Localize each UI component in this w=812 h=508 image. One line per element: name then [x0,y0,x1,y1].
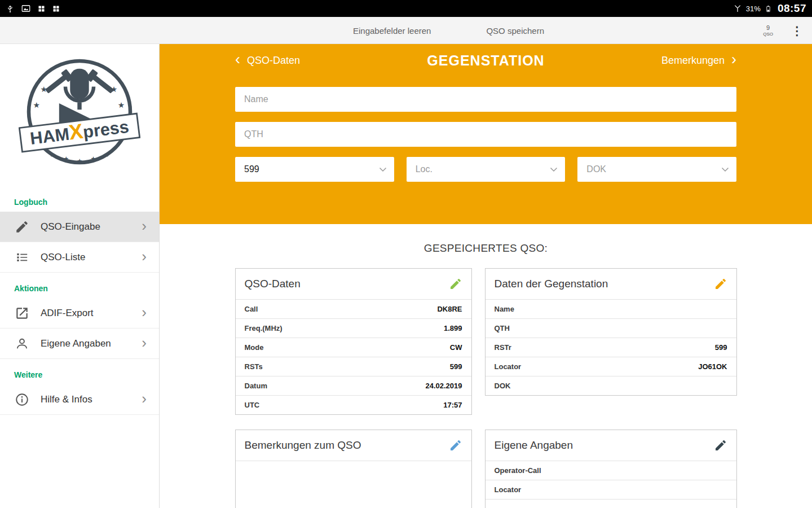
bemerkungen-empty-body [236,461,471,508]
table-row: ModeCW [236,338,471,357]
svg-text:★: ★ [63,155,69,163]
field-label: QTH [495,324,510,332]
sidebar-item-qso-eingabe[interactable]: QSO-Eingabe › [0,212,159,242]
sidebar-item-qso-liste[interactable]: QSO-Liste › [0,242,159,273]
screen: 31% 08:57 Eingabefelder leeren QSO speic… [0,0,812,508]
nav-back-qso-daten[interactable]: ‹ QSO-Daten [235,54,427,67]
export-icon [15,306,29,321]
table-row: Datum24.02.2019 [236,376,471,395]
field-label: Mode [245,343,264,352]
card-bemerkungen: Bemerkungen zum QSO [235,430,472,508]
field-label: RSTr [495,343,511,352]
svg-text:★: ★ [118,100,125,110]
edit-bemerkungen-button[interactable] [449,439,462,452]
svg-text:★: ★ [77,157,82,165]
clock: 08:57 [778,2,806,15]
field-label: DOK [495,382,511,390]
save-qso-button[interactable]: QSO speichern [486,26,544,36]
svg-text:★: ★ [90,155,96,163]
nav-back-label: QSO-Daten [247,55,300,67]
gegenstation-panel: ‹ QSO-Daten GEGENSTATION Bemerkungen › 5… [160,44,812,224]
chevron-left-icon: ‹ [235,52,240,67]
edit-eigene-angaben-button[interactable] [714,439,727,452]
sidebar-item-label: Eigene Angaben [41,338,111,349]
rst-select-value: 599 [244,164,259,174]
status-bar-right: 31% 08:57 [733,2,806,15]
svg-text:★: ★ [50,151,55,159]
field-value: 1.899 [444,324,462,332]
usb-debugging-icon [6,3,15,14]
svg-text:★: ★ [33,100,39,110]
field-label: Locator [495,485,522,494]
qso-counter[interactable]: 9 QSO [763,24,773,37]
sidebar-item-eigene-angaben[interactable]: Eigene Angaben › [0,329,159,359]
sidebar-item-label: QSO-Eingabe [41,221,100,233]
field-value: 24.02.2019 [425,382,462,390]
pencil-icon [449,439,462,452]
table-row: Operator-Call [486,461,736,480]
locator-select-placeholder: Loc. [416,164,433,174]
nav-forward-bemerkungen[interactable]: Bemerkungen › [661,54,736,67]
chevron-right-icon: › [142,249,147,264]
gegenstation-form: 599 Loc. DOK [160,77,812,182]
locator-select[interactable]: Loc. [407,157,566,182]
field-label: Locator [495,362,522,371]
sidebar-item-label: QSO-Liste [41,252,85,263]
card-title: Eigene Angaben [495,439,573,452]
app-notification-icon [52,5,60,13]
table-row: Name [486,299,736,318]
saved-qso-section: GESPEICHERTES QSO: QSO-Daten CallDK8RE F… [160,224,812,508]
dok-select-placeholder: DOK [586,164,606,174]
name-input[interactable] [235,87,736,112]
table-row: UTC17:57 [236,395,471,414]
page-title: GEGENSTATION [427,52,544,69]
android-status-bar: 31% 08:57 [0,0,812,17]
main-content: ‹ QSO-Daten GEGENSTATION Bemerkungen › 5… [160,44,812,508]
app-toolbar: Eingabefelder leeren QSO speichern 9 QSO… [0,17,812,44]
pencil-icon [15,220,29,234]
sidebar-section-weitere: Weitere [0,359,159,384]
chevron-right-icon: › [142,218,147,233]
chevron-down-icon [379,164,387,174]
dok-select[interactable]: DOK [577,157,736,182]
sidebar-section-aktionen: Aktionen [0,273,159,298]
battery-percent: 31% [746,5,761,13]
table-row: RSTr599 [486,338,736,357]
status-bar-left-icons [6,3,60,14]
field-label: Call [245,305,258,313]
field-value: 599 [715,343,727,352]
card-title: Daten der Gegenstation [495,278,608,290]
field-value: 17:57 [443,401,462,409]
svg-text:★: ★ [40,85,47,94]
page-header: ‹ QSO-Daten GEGENSTATION Bemerkungen › [160,44,812,77]
field-value: JO61OK [698,362,727,371]
card-title: QSO-Daten [245,278,301,290]
rst-select[interactable]: 599 [235,157,394,182]
nav-forward-label: Bemerkungen [661,55,725,67]
card-title: Bemerkungen zum QSO [245,439,361,452]
field-value: DK8RE [437,305,462,313]
field-value: CW [450,343,462,352]
sidebar-item-hilfe-infos[interactable]: Hilfe & Infos › [0,384,159,415]
overflow-menu-icon[interactable]: ⋮ [791,25,803,37]
qth-input[interactable] [235,122,736,147]
sidebar-section-logbuch: Logbuch [0,186,159,212]
edit-qso-daten-button[interactable] [449,277,462,291]
person-icon [15,336,29,351]
pencil-icon [449,277,462,291]
table-row: LocatorJO61OK [486,357,736,376]
chevron-right-icon: › [142,391,147,406]
table-row: Freq.(MHz)1.899 [236,318,471,338]
sidebar-item-adif-export[interactable]: ADIF-Export › [0,298,159,329]
sidebar: ★★ ★★ HAMXpress ★★★★★ Logbuch [0,44,160,508]
field-label: Datum [245,382,267,390]
qso-count-unit: QSO [763,32,773,37]
pencil-icon [714,277,727,291]
table-row: RSTs599 [236,357,471,376]
field-value: 599 [450,362,462,371]
chevron-right-icon: › [142,335,147,350]
field-label: RSTs [245,362,263,371]
edit-gegenstation-button[interactable] [714,277,727,291]
chevron-right-icon: › [142,305,147,319]
clear-fields-button[interactable]: Eingabefelder leeren [353,26,431,36]
